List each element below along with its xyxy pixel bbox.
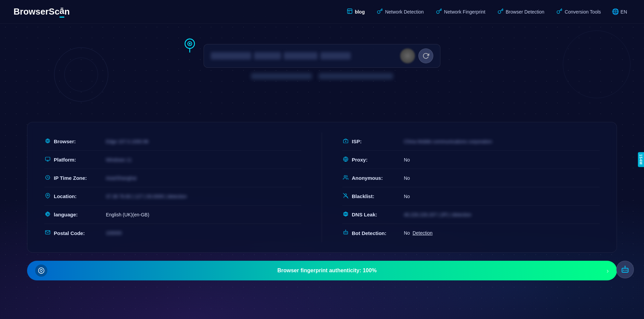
platform-value: Windows 11 [106, 157, 301, 163]
fingerprint-icon [35, 264, 47, 277]
anonymous-field-icon [342, 175, 349, 182]
circle-decoration-1 [54, 47, 108, 102]
map-container [183, 44, 461, 108]
dns-label: DNS Leak: [342, 211, 400, 218]
nav-network-detection[interactable]: Network Detection [372, 6, 428, 17]
nav-browser-detection[interactable]: Browser Detection [493, 6, 549, 17]
nav-blog[interactable]: blog [342, 6, 370, 17]
location-text-1 [251, 73, 312, 79]
language-value: English (UK)(en-GB) [106, 212, 301, 217]
ip-block-4 [320, 52, 351, 60]
timezone-field-icon [44, 175, 51, 182]
blacklist-label-text: Blacklist: [352, 193, 374, 199]
nav-language[interactable]: 🌐 EN [608, 6, 630, 17]
logo-text: Browser [14, 6, 49, 17]
info-row-browser: Browser: Edge 107.0.1000.96 [44, 132, 301, 151]
timezone-label: IP Time Zone: [44, 175, 102, 182]
globe-icon: 🌐 [612, 8, 619, 15]
info-row-isp: ISP: China Mobile communications corpora… [342, 132, 600, 151]
nav-browser-detection-label: Browser Detection [506, 9, 544, 15]
nav-conversion-tools[interactable]: Conversion Tools [552, 6, 605, 17]
location-label-text: Location: [54, 193, 77, 199]
anonymous-value: No [404, 175, 600, 181]
ip-block-3 [284, 52, 318, 60]
location-field-icon [44, 193, 51, 200]
proxy-value: No [404, 157, 600, 163]
blog-icon [347, 8, 353, 15]
browser-detection-icon [498, 8, 504, 15]
dns-value: 46.226.226.207 | (IP) | detection [404, 212, 600, 217]
language-label-text: language: [54, 212, 78, 217]
postal-field-icon [44, 230, 51, 236]
logo[interactable]: Browser Sc ā n [14, 6, 70, 18]
header: Browser Sc ā n blog Network Detection Ne… [0, 0, 644, 24]
nav-network-detection-label: Network Detection [385, 9, 423, 15]
fingerprint-bar[interactable]: Browser fingerprint authenticity: 100% › [27, 261, 617, 280]
svg-rect-8 [45, 157, 50, 160]
bot-label-text: Bot Detection: [352, 230, 387, 236]
proxy-field-icon [342, 156, 349, 163]
info-row-anonymous: Anonymous: No [342, 169, 600, 187]
browser-label-text: Browser: [54, 139, 76, 144]
info-grid: Browser: Edge 107.0.1000.96 Platform: Wi… [44, 132, 600, 242]
isp-value: China Mobile communications corporation [404, 139, 600, 144]
isp-field-icon [342, 138, 349, 145]
platform-label-text: Platform: [54, 157, 76, 163]
info-row-language: language: English (UK)(en-GB) [44, 206, 301, 224]
location-text-row [183, 73, 461, 79]
anonymous-label-text: Anonymous: [352, 175, 383, 181]
platform-field-icon [44, 156, 51, 163]
main-nav: blog Network Detection Network Fingerpri… [342, 6, 630, 17]
postal-value: 100000 [106, 230, 301, 236]
ip-bar [204, 44, 440, 68]
proxy-label: Proxy: [342, 156, 400, 163]
svg-point-7 [46, 139, 50, 143]
main-content: Browser: Edge 107.0.1000.96 Platform: Wi… [0, 24, 644, 294]
nav-blog-label: blog [355, 9, 365, 15]
avatar [400, 48, 415, 63]
info-card: Browser: Edge 107.0.1000.96 Platform: Wi… [27, 122, 617, 253]
circle-decoration-3 [563, 30, 630, 98]
timezone-label-text: IP Time Zone: [54, 175, 87, 181]
ip-block-2 [254, 52, 281, 60]
dns-label-text: DNS Leak: [352, 212, 377, 217]
nav-network-fingerprint-label: Network Fingerprint [444, 9, 485, 15]
platform-label: Platform: [44, 156, 102, 163]
dns-field-icon [342, 211, 349, 218]
bot-float-button[interactable] [616, 261, 634, 278]
bot-label: Bot Detection: [342, 230, 400, 236]
nav-conversion-tools-label: Conversion Tools [565, 9, 601, 15]
info-row-location: Location: 37.38 76.60 | 127 | 00.0009 | … [44, 187, 301, 206]
isp-label: ISP: [342, 138, 400, 145]
location-label: Location: [44, 193, 102, 200]
svg-rect-0 [347, 9, 352, 14]
language-field-icon [44, 211, 51, 218]
circle-decoration-2 [64, 58, 98, 91]
info-row-bot: Bot Detection: No Detection [342, 224, 600, 242]
timezone-value: Asia/Shanghai [106, 175, 301, 181]
svg-point-34 [625, 266, 626, 267]
logo-highlight: Sc [49, 6, 60, 17]
network-detection-icon [377, 8, 383, 15]
network-fingerprint-icon [436, 8, 442, 15]
visitor-count-badge: 154M [638, 152, 644, 167]
svg-point-5 [189, 43, 191, 45]
blacklist-value: No [404, 194, 600, 199]
postal-label: Postal Code: [44, 230, 102, 236]
postal-label-text: Postal Code: [54, 230, 85, 236]
fingerprint-arrow: › [606, 267, 609, 275]
bot-value: No Detection [404, 230, 600, 236]
conversion-tools-icon [556, 8, 562, 15]
bot-field-icon [342, 230, 349, 236]
info-col-left: Browser: Edge 107.0.1000.96 Platform: Wi… [44, 132, 322, 242]
info-row-dns: DNS Leak: 46.226.226.207 | (IP) | detect… [342, 206, 600, 224]
browser-value: Edge 107.0.1000.96 [106, 139, 301, 144]
blacklist-field-icon [342, 193, 349, 200]
browser-label: Browser: [44, 138, 102, 145]
nav-network-fingerprint[interactable]: Network Fingerprint [431, 6, 490, 17]
nav-language-label: EN [621, 9, 627, 15]
isp-label-text: ISP: [352, 139, 362, 144]
info-row-postal: Postal Code: 100000 [44, 224, 301, 242]
refresh-button[interactable] [418, 48, 433, 63]
location-pin-icon [184, 38, 196, 56]
